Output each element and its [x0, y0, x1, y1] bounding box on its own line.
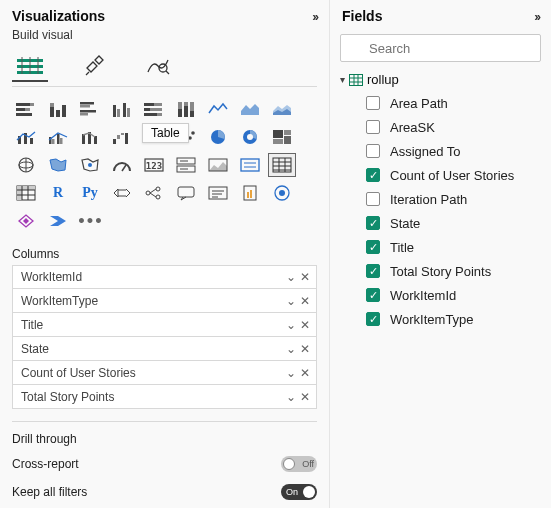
remove-icon[interactable]: ✕ [300, 366, 310, 380]
viz-key-influencers[interactable] [108, 181, 136, 205]
collapse-fields-icon[interactable]: ›› [534, 9, 539, 24]
viz-line-clustered-column[interactable] [44, 125, 72, 149]
viz-line[interactable] [204, 97, 232, 121]
chevron-down-icon[interactable]: ⌄ [286, 318, 296, 332]
remove-icon[interactable]: ✕ [300, 294, 310, 308]
cross-report-toggle[interactable]: Off [281, 456, 317, 472]
column-field[interactable]: Total Story Points ⌄✕ [12, 385, 317, 409]
checkbox[interactable]: ✓ [366, 264, 380, 278]
checkbox[interactable]: ✓ [366, 168, 380, 182]
viz-area[interactable] [236, 97, 264, 121]
viz-stacked-column[interactable] [44, 97, 72, 121]
build-tab-visual[interactable] [12, 50, 48, 82]
build-tabs [0, 42, 329, 82]
keep-filters-toggle[interactable]: On [281, 484, 317, 500]
viz-card[interactable]: 123 [140, 153, 168, 177]
viz-filled-map[interactable] [44, 153, 72, 177]
viz-clustered-bar[interactable] [76, 97, 104, 121]
viz-ribbon[interactable] [76, 125, 104, 149]
svg-rect-34 [184, 106, 188, 117]
checkbox[interactable]: ✓ [366, 288, 380, 302]
viz-power-apps[interactable] [12, 209, 40, 233]
field-item[interactable]: Assigned To [366, 139, 541, 163]
divider [12, 86, 317, 87]
viz-azure-map[interactable] [76, 153, 104, 177]
checkbox[interactable]: ✓ [366, 216, 380, 230]
chevron-down-icon[interactable]: ⌄ [286, 342, 296, 356]
viz-arcgis[interactable] [268, 181, 296, 205]
viz-python-visual[interactable]: Py [76, 181, 104, 205]
viz-line-stacked-column[interactable] [12, 125, 40, 149]
field-item[interactable]: Iteration Path [366, 187, 541, 211]
field-item[interactable]: Area Path [366, 91, 541, 115]
viz-qa[interactable] [172, 181, 200, 205]
svg-rect-17 [80, 102, 94, 105]
table-node[interactable]: ▾ rollup [340, 70, 541, 89]
chevron-down-icon[interactable]: ⌄ [286, 366, 296, 380]
svg-rect-28 [144, 108, 150, 111]
viz-matrix[interactable] [12, 181, 40, 205]
collapse-visualizations-icon[interactable]: ›› [312, 9, 317, 24]
columns-well[interactable]: WorkItemId ⌄✕ WorkItemType ⌄✕ Title ⌄✕ S… [0, 265, 329, 409]
viz-smart-narrative[interactable] [204, 181, 232, 205]
field-item[interactable]: ✓Title [366, 235, 541, 259]
field-item[interactable]: ✓Count of User Stories [366, 163, 541, 187]
checkbox[interactable]: ✓ [366, 312, 380, 326]
viz-treemap[interactable] [268, 125, 296, 149]
column-field[interactable]: WorkItemType ⌄✕ [12, 289, 317, 313]
field-item[interactable]: ✓WorkItemId [366, 283, 541, 307]
viz-paginated-report[interactable] [236, 181, 264, 205]
viz-funnel[interactable] [140, 125, 168, 149]
viz-kpi[interactable] [204, 153, 232, 177]
chevron-down-icon[interactable]: ⌄ [286, 294, 296, 308]
viz-decomposition-tree[interactable] [140, 181, 168, 205]
viz-table[interactable] [268, 153, 296, 177]
remove-icon[interactable]: ✕ [300, 318, 310, 332]
checkbox[interactable] [366, 192, 380, 206]
viz-multi-row-card[interactable] [172, 153, 200, 177]
field-item[interactable]: ✓Total Story Points [366, 259, 541, 283]
build-tab-analytics[interactable] [140, 50, 176, 82]
checkbox[interactable]: ✓ [366, 240, 380, 254]
viz-100-stacked-column[interactable] [172, 97, 200, 121]
viz-stacked-bar[interactable] [12, 97, 40, 121]
table-icon [349, 74, 363, 86]
column-field[interactable]: Title ⌄✕ [12, 313, 317, 337]
svg-line-71 [122, 165, 126, 171]
remove-icon[interactable]: ✕ [300, 342, 310, 356]
viz-map[interactable] [12, 153, 40, 177]
checkbox[interactable] [366, 144, 380, 158]
column-field[interactable]: WorkItemId ⌄✕ [12, 265, 317, 289]
svg-rect-42 [30, 138, 33, 144]
checkbox[interactable] [366, 120, 380, 134]
chevron-down-icon[interactable]: ⌄ [286, 390, 296, 404]
field-item[interactable]: ✓WorkItemType [366, 307, 541, 331]
column-field[interactable]: Count of User Stories ⌄✕ [12, 361, 317, 385]
viz-slicer[interactable] [236, 153, 264, 177]
remove-icon[interactable]: ✕ [300, 390, 310, 404]
viz-stacked-area[interactable] [268, 97, 296, 121]
viz-donut[interactable] [236, 125, 264, 149]
field-item[interactable]: AreaSK [366, 115, 541, 139]
viz-100-stacked-bar[interactable] [140, 97, 168, 121]
build-tab-format[interactable] [76, 50, 112, 82]
svg-rect-32 [178, 109, 182, 117]
viz-pie[interactable] [204, 125, 232, 149]
viz-more[interactable]: ••• [76, 209, 104, 233]
remove-icon[interactable]: ✕ [300, 270, 310, 284]
search-input[interactable] [340, 34, 541, 62]
visualizations-title: Visualizations [12, 8, 105, 24]
viz-power-automate[interactable] [44, 209, 72, 233]
svg-rect-18 [80, 105, 90, 108]
viz-waterfall[interactable] [108, 125, 136, 149]
viz-scatter[interactable] [172, 125, 200, 149]
column-field[interactable]: State ⌄✕ [12, 337, 317, 361]
viz-gauge[interactable] [108, 153, 136, 177]
field-label: WorkItemType [390, 312, 474, 327]
viz-clustered-column[interactable] [108, 97, 136, 121]
chevron-down-icon[interactable]: ⌄ [286, 270, 296, 284]
viz-r-visual[interactable]: R [44, 181, 72, 205]
checkbox[interactable] [366, 96, 380, 110]
field-item[interactable]: ✓State [366, 211, 541, 235]
svg-rect-66 [273, 139, 283, 144]
